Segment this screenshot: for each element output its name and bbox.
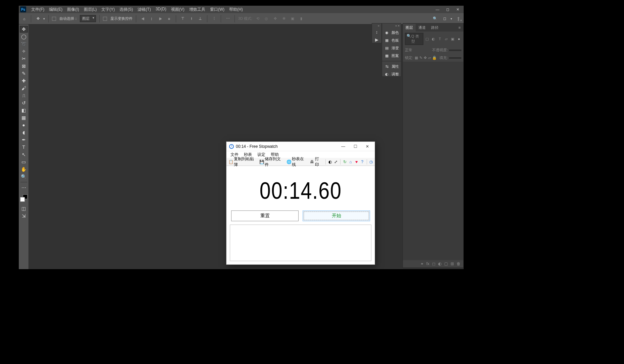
brush-tool[interactable]: 🖌 [20,85,28,92]
move-tool-icon[interactable]: ✥ [35,15,41,22]
heal-tool[interactable]: ✚ [20,77,28,84]
collapse-icon[interactable]: « × [395,24,400,27]
quickmask-tool[interactable]: ◫ [20,205,28,212]
maximize-button[interactable]: ◻ [443,6,452,13]
home-icon[interactable]: ⌂ [348,160,353,164]
align-right-icon[interactable]: ⫸ [157,15,164,22]
zoom-tool[interactable]: 🔍 [20,173,28,180]
filter-toggle-icon[interactable]: ● [457,37,461,41]
panel-渐变[interactable]: ▤渐变 [382,44,401,52]
filter-smart-icon[interactable]: ▣ [450,37,455,41]
menu-视图[interactable]: 视图(V) [169,6,187,13]
distribute-v-icon[interactable]: ⋮ [211,15,217,22]
panel-调整[interactable]: ◐调整 [382,70,401,78]
edit-toolbar[interactable]: ⋯ [20,184,28,191]
new-layer-icon[interactable]: ⊞ [451,261,454,266]
lock-pixels-icon[interactable]: ▦ [415,56,418,60]
panel-颜色[interactable]: ◉颜色 [382,29,401,37]
start-button[interactable]: 开始 [303,210,370,221]
blur-tool[interactable]: ● [20,122,28,128]
menu-滤镜[interactable]: 滤镜(T) [135,6,153,13]
type-tool[interactable]: T [20,144,28,150]
help-icon[interactable]: ? [360,160,364,164]
history-brush-tool[interactable]: ↺ [20,100,28,106]
menu-图层[interactable]: 图层(L) [82,6,99,13]
panel-色板[interactable]: ▦色板 [382,37,401,44]
fx-icon[interactable]: fx [426,261,429,266]
menu-图像[interactable]: 图像(I) [65,6,81,13]
color-swatch[interactable] [20,194,28,202]
fill-value[interactable] [449,57,461,59]
menu-增效工具[interactable]: 增效工具 [187,6,208,13]
eyedropper-tool[interactable]: ✎ [20,70,28,77]
move-tool[interactable]: ✥ [20,26,28,33]
align-left-icon[interactable]: ⫷ [140,15,146,22]
pen-tool[interactable]: ✒ [20,136,28,143]
filter-type-icon[interactable]: T [437,37,442,41]
distribute-icon[interactable]: ≡ [166,15,172,22]
align-center-h-icon[interactable]: ⫶ [148,15,155,22]
screenmode-tool[interactable]: ⇲ [20,213,28,219]
panel-属性[interactable]: ⇆属性 [382,63,401,70]
marquee-tool[interactable]: ◯ [20,33,28,40]
lock-move-icon[interactable]: ✥ [424,56,427,60]
expand-icon[interactable]: ⤢ [333,160,338,164]
foreground-color[interactable] [20,197,25,202]
shape-tool[interactable]: ▭ [20,159,28,165]
minimize-button[interactable]: — [433,6,442,13]
refresh-icon[interactable]: ↻ [343,160,347,164]
close-button[interactable]: ✕ [361,142,373,151]
eraser-tool[interactable]: ◧ [20,107,28,114]
reset-button[interactable]: 重置 [231,210,299,221]
close-button[interactable]: ✕ [453,6,462,13]
laps-list[interactable] [230,225,371,261]
heart-icon[interactable]: ♥ [354,160,359,164]
path-tool[interactable]: ↖ [20,151,28,158]
collapse-icon[interactable]: » [378,24,379,27]
filter-shape-icon[interactable]: ▱ [444,37,449,41]
delete-icon[interactable]: 🗑 [457,261,461,266]
opacity-value[interactable] [449,50,461,51]
tab-路径[interactable]: 路径 [428,24,441,32]
maximize-button[interactable]: ☐ [349,142,361,151]
gradient-tool[interactable]: ▦ [20,114,28,121]
filter-image-icon[interactable]: ▢ [425,37,429,41]
contrast-icon[interactable]: ◐ [328,160,332,164]
hand-tool[interactable]: ✋ [20,166,28,173]
group-icon[interactable]: ▢ [444,261,448,266]
actions-icon[interactable]: ▶ [374,37,380,42]
frame-tool[interactable]: ⊠ [20,63,28,69]
menu-编辑[interactable]: 编辑(E) [47,6,65,13]
crop-tool[interactable]: ✂ [20,55,28,62]
home-icon[interactable]: ⌂ [21,15,28,22]
more-icon[interactable]: ⋯ [224,15,231,22]
menu-帮助[interactable]: 帮助(H) [227,6,245,13]
show-transform-checkbox[interactable] [103,17,107,21]
adjustment-icon[interactable]: ◐ [438,261,441,266]
tab-图层[interactable]: 图层 [403,24,416,32]
link-icon[interactable]: ⚭ [420,261,424,266]
align-middle-icon[interactable]: ⫲ [188,15,195,22]
wand-tool[interactable]: ✧ [20,48,28,55]
lock-artboard-icon[interactable]: ▱ [428,56,431,60]
panel-menu-icon[interactable]: ≡ [456,25,463,29]
menu-选择[interactable]: 选择(S) [117,6,135,13]
layer-kind-filter[interactable]: 🔍Q 类型 [405,33,423,45]
dodge-tool[interactable]: ◖ [20,129,28,136]
history-icon[interactable]: ↕ [374,29,380,35]
workspace-icon[interactable]: ◻ [441,15,448,22]
collapse-icon[interactable]: « × [458,19,462,22]
align-bottom-icon[interactable]: ⊥ [197,15,204,22]
clock-icon[interactable]: ◷ [369,160,373,164]
layer-select[interactable]: 图层 [80,15,96,22]
menu-3D[interactable]: 3D(D) [153,6,169,13]
panel-图案[interactable]: ▩图案 [382,52,401,60]
stamp-tool[interactable]: ⎍ [20,92,28,99]
layers-list[interactable] [403,62,463,260]
lock-position-icon[interactable]: ✎ [419,56,422,60]
blend-mode[interactable]: 正常 [405,48,412,53]
menu-窗口[interactable]: 窗口(W) [208,6,227,13]
sw-titlebar[interactable]: 00:14 - Free Stopwatch — ☐ ✕ [226,142,375,151]
auto-select-checkbox[interactable] [52,17,56,21]
minimize-button[interactable]: — [337,142,349,151]
